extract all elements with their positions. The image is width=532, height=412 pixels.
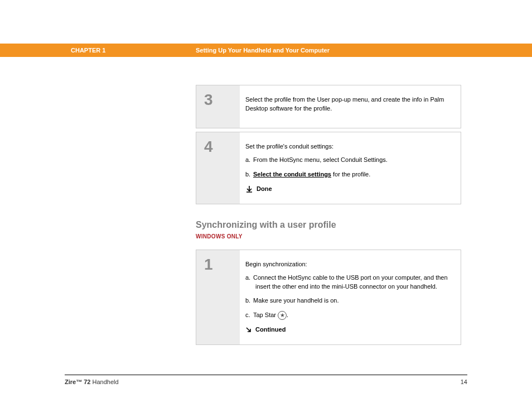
step-number: 3	[196, 85, 240, 128]
page-footer: Zire™ 72 Handheld 14	[65, 375, 467, 385]
step-text: Select the profile from the User pop-up …	[245, 95, 449, 113]
substep-text-post: .	[287, 312, 288, 318]
chapter-number: CHAPTER 1	[71, 47, 105, 54]
chapter-header: CHAPTER 1 Setting Up Your Handheld and Y…	[0, 44, 532, 57]
step-number: 1	[196, 250, 240, 345]
substep-text: From the HotSync menu, select Conduit Se…	[253, 156, 388, 163]
product-name: Zire™ 72 Handheld	[65, 379, 119, 385]
product-rest: Handheld	[90, 379, 118, 385]
main-content: 3 Select the profile from the User pop-u…	[196, 85, 461, 348]
substep-a: a.From the HotSync menu, select Conduit …	[245, 156, 449, 165]
step-intro: Set the profile's conduit settings:	[245, 142, 449, 151]
step-body: Set the profile's conduit settings: a.Fr…	[240, 132, 461, 204]
platform-badge: WINDOWS ONLY	[196, 233, 461, 239]
step-number: 4	[196, 132, 240, 204]
substep-c: c.Tap Star ★.	[245, 311, 449, 320]
star-icon: ★	[278, 311, 287, 320]
substep-b: b.Make sure your handheld is on.	[245, 296, 449, 305]
step-body: Begin synchronization: a.Connect the Hot…	[240, 250, 461, 345]
product-bold: Zire™ 72	[65, 379, 90, 385]
arrow-down-right-icon	[245, 327, 252, 333]
step-body: Select the profile from the User pop-up …	[240, 85, 461, 128]
substep-text-pre: Tap Star	[253, 312, 278, 318]
step-intro: Begin synchronization:	[245, 260, 449, 269]
continued-indicator: Continued	[245, 325, 449, 334]
chapter-title: Setting Up Your Handheld and Your Comput…	[196, 47, 330, 54]
substep-b: b.Select the conduit settings for the pr…	[245, 170, 449, 179]
continued-label: Continued	[255, 325, 286, 334]
conduit-settings-link[interactable]: Select the conduit settings	[253, 171, 331, 178]
section-heading: Synchronizing with a user profile	[196, 220, 461, 230]
done-label: Done	[257, 185, 272, 194]
step-4-block: 4 Set the profile's conduit settings: a.…	[196, 132, 461, 204]
substep-text: Make sure your handheld is on.	[253, 297, 338, 304]
step-1-sync-block: 1 Begin synchronization: a.Connect the H…	[196, 250, 461, 346]
substep-rest: for the profile.	[331, 171, 370, 178]
page-number: 14	[461, 379, 467, 385]
substep-a: a.Connect the HotSync cable to the USB p…	[245, 274, 449, 291]
substep-text: Connect the HotSync cable to the USB por…	[253, 274, 448, 290]
step-3-block: 3 Select the profile from the User pop-u…	[196, 85, 461, 128]
done-indicator: Done	[245, 185, 449, 194]
download-icon	[245, 185, 253, 193]
